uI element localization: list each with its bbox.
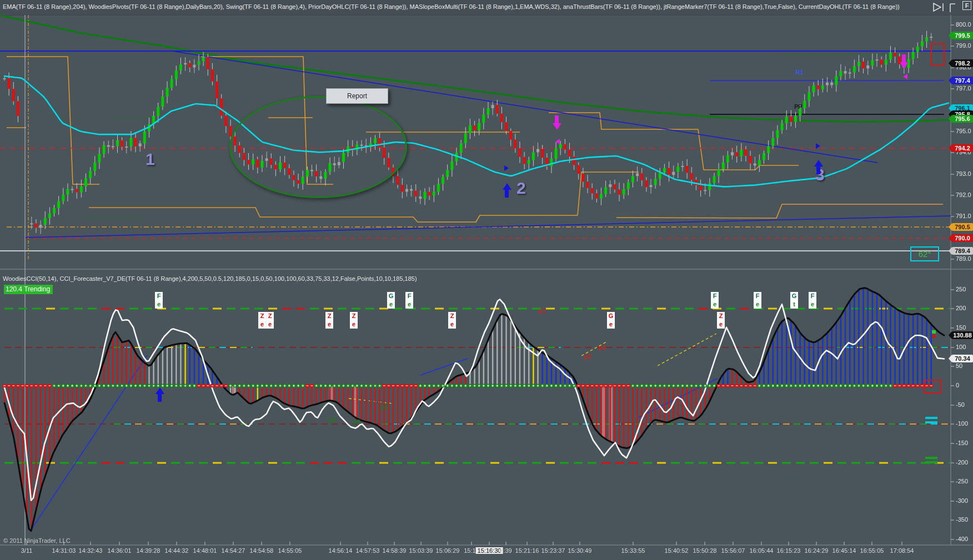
- cci-signal-marker-below: Ze: [325, 312, 333, 329]
- time-axis-label: 14:54:27: [222, 547, 245, 554]
- price-chart-area[interactable]: [0, 15, 951, 269]
- price-indicators-label: EMA(TF 06-11 (8 Range),204), WoodiesPivo…: [3, 3, 900, 10]
- time-axis-label: 16:05:44: [750, 547, 774, 554]
- tag-pointer: [949, 247, 952, 255]
- cci-signal-marker-below: Ze: [448, 312, 456, 329]
- time-axis-label: 8:39: [500, 547, 511, 554]
- r1-pivot-label: R1: [795, 69, 803, 75]
- time-axis-label: 15:23:37: [541, 547, 565, 554]
- cci-axis-tick-label: 250: [956, 286, 966, 292]
- cci-pattern-label: p1: [329, 416, 336, 423]
- cci-axis-tick-label: -300: [956, 497, 968, 504]
- cci-axis-tick-label: 200: [956, 305, 966, 311]
- cci-pattern-label: p1: [539, 307, 546, 314]
- cci-value-tag: 130.88: [952, 331, 973, 339]
- report-button[interactable]: Report: [326, 88, 388, 104]
- price-value-tag: 795.6: [952, 115, 973, 123]
- price-value-tag: 799.5: [952, 32, 973, 39]
- time-axis-label: 15:40:52: [665, 547, 689, 554]
- price-value-tag: 790.5: [952, 223, 973, 231]
- cci-signal-marker-below: Ze: [266, 312, 274, 329]
- cci-signal-marker-below: Ze: [350, 312, 358, 329]
- time-axis-label: 16:45:14: [832, 547, 856, 554]
- panel-splitter-icon[interactable]: [949, 2, 957, 13]
- time-axis-label: 14:39:28: [137, 547, 161, 554]
- time-axis-label: 15:33:55: [621, 547, 645, 554]
- cci-signal-marker-below: Ge: [607, 312, 615, 329]
- price-value-tag: 794.2: [952, 144, 973, 152]
- time-axis-label: 15:50:28: [693, 547, 717, 554]
- last-bars-highlight-box: [931, 43, 945, 66]
- cci-axis-tick-label: 0: [956, 382, 959, 389]
- cci-axis-tick-label: 50: [956, 362, 962, 369]
- price-axis-tick-label: 789.0: [956, 255, 971, 262]
- tag-pointer: [949, 223, 952, 231]
- sell-tick-triangle: [903, 74, 907, 79]
- focus-button[interactable]: F: [962, 1, 971, 10]
- buy-tick-triangle: [816, 143, 820, 149]
- buy-signal-arrow: [814, 160, 823, 167]
- price-axis-tick-label: 791.0: [956, 213, 971, 219]
- time-axis-label: 3/11: [21, 547, 33, 554]
- time-axis-label: 14:31:03: [52, 547, 76, 554]
- chart-header-bar: EMA(TF 06-11 (8 Range),204), WoodiesPivo…: [0, 0, 973, 15]
- cci-trend-badge: 120.4 Trending: [4, 285, 53, 294]
- cci-indicator-area[interactable]: [0, 269, 951, 545]
- elliott-wave-number: 1: [146, 150, 155, 169]
- cci-buy-signal-arrow-stem: [158, 394, 162, 402]
- price-axis-tick-label: 795.0: [956, 128, 971, 134]
- buy-signal-arrow-stem: [816, 167, 820, 174]
- cci-pattern-label: p3: [381, 403, 388, 410]
- cci-signal-marker-above: Fe: [711, 292, 719, 309]
- buy-signal-arrow: [503, 183, 511, 190]
- tag-pointer: [949, 144, 952, 152]
- time-axis-label: 16:24:29: [805, 547, 829, 554]
- time-axis-label: 15:21:16: [515, 547, 539, 554]
- copyright-label: © 2011 NinjaTrader, LLC: [3, 537, 71, 544]
- tag-pointer: [949, 32, 952, 39]
- cci-indicators-label: WoodiesCCI(50,14), CCI_Forecaster_V7_DE(…: [3, 275, 417, 282]
- time-axis-label: 14:54:58: [250, 547, 274, 554]
- cci-signal-marker-above: Fe: [405, 292, 413, 309]
- tag-pointer: [949, 234, 952, 242]
- cci-axis-tick-label: 150: [956, 324, 966, 331]
- time-axis-label: 17:08:54: [890, 547, 914, 554]
- cci-signal-marker-above: Fe: [809, 292, 816, 309]
- price-axis-tick-label: 797.0: [956, 85, 971, 92]
- time-axis-label: 14:56:14: [329, 547, 353, 554]
- time-axis-label: 14:44:32: [165, 547, 189, 554]
- ninjatrader-chart-window: EMA(TF 06-11 (8 Range),204), WoodiesPivo…: [0, 0, 973, 560]
- price-axis-tick-label: 793.0: [956, 170, 971, 177]
- price-value-tag: 798.2: [952, 59, 973, 67]
- cci-signal-marker-above: Ge: [387, 292, 395, 309]
- cci-value-tag: 70.34: [952, 355, 973, 362]
- pp-pivot-label: PP: [794, 103, 803, 110]
- price-axis[interactable]: [951, 15, 973, 269]
- sell-signal-arrow-stem: [902, 54, 906, 62]
- price-value-tag: 789.4: [952, 247, 973, 255]
- cci-axis-tick-label: -250: [956, 478, 968, 485]
- cci-axis-tick-label: 100: [956, 344, 966, 350]
- scroll-to-end-icon[interactable]: [932, 2, 947, 12]
- cci-buy-signal-arrow: [156, 387, 164, 394]
- cci-zeroline-highlight-box: [924, 380, 941, 393]
- time-axis-label: 14:55:05: [278, 547, 302, 554]
- sell-signal-arrow: [553, 123, 561, 130]
- cci-pattern-label: p2: [584, 353, 591, 360]
- time-cursor-label: 15:16:30: [476, 547, 503, 554]
- cci-signal-marker-above: Fe: [754, 292, 761, 309]
- highlight-ellipse-annotation: [229, 96, 407, 198]
- cci-axis-tick-label: -150: [956, 440, 968, 446]
- tag-pointer: [949, 355, 952, 362]
- cci-signal-marker-above: Gt: [790, 292, 798, 309]
- time-axis-label: 14:48:01: [193, 547, 217, 554]
- cci-axis-tick-label: -200: [956, 459, 968, 466]
- buy-tick-triangle: [504, 165, 509, 171]
- cci-axis-tick-label: -100: [956, 420, 968, 427]
- tag-pointer: [949, 115, 952, 123]
- time-axis-label: 15:56:07: [721, 547, 745, 554]
- cci-signal-marker-below: Ze: [258, 312, 266, 329]
- cci-signal-marker-below: Ze: [717, 312, 725, 329]
- price-value-tag: 797.4: [952, 77, 973, 84]
- buy-signal-arrow-stem: [505, 190, 509, 198]
